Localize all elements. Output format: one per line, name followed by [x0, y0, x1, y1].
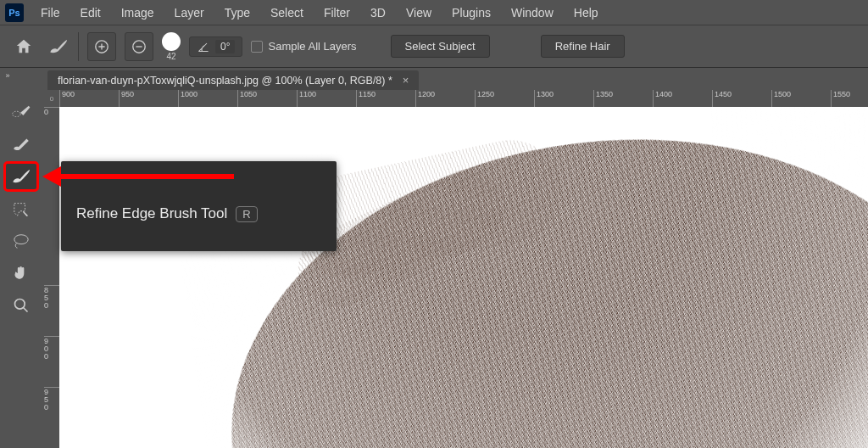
add-to-selection-button[interactable] — [87, 32, 116, 61]
panel-expand-handle[interactable]: » — [0, 68, 15, 83]
h-ruler-tick: 1500 — [771, 90, 791, 107]
sample-all-layers-checkbox[interactable]: Sample All Layers — [251, 40, 356, 53]
quick-selection-tool[interactable] — [5, 98, 37, 126]
menu-layer[interactable]: Layer — [166, 3, 213, 23]
tooltip-title: Refine Edge Brush Tool — [76, 205, 227, 222]
menu-window[interactable]: Window — [503, 3, 562, 23]
app-logo: Ps — [5, 3, 24, 22]
h-ruler-tick: 1450 — [712, 90, 732, 107]
refine-hair-button[interactable]: Refine Hair — [541, 35, 625, 58]
angle-icon — [197, 40, 210, 53]
tooltip-shortcut-key: R — [236, 206, 257, 222]
hand-tool[interactable] — [5, 260, 37, 287]
home-icon — [14, 37, 33, 56]
menu-filter[interactable]: Filter — [315, 3, 359, 23]
lasso-icon — [12, 232, 31, 249]
canvas[interactable] — [59, 107, 868, 448]
h-ruler-tick: 950 — [119, 90, 134, 107]
lasso-tool[interactable] — [5, 227, 37, 255]
angle-value: 0° — [215, 40, 235, 53]
svg-point-3 — [14, 235, 28, 244]
plus-circle-icon — [94, 39, 109, 54]
svg-point-2 — [13, 111, 21, 116]
menu-file[interactable]: File — [32, 3, 69, 23]
brush-size-preview[interactable]: 42 — [162, 32, 181, 61]
hand-icon — [13, 265, 30, 282]
v-ruler-tick: 950 — [44, 387, 59, 412]
ruler-corner: 0 — [44, 90, 59, 107]
annotation-arrow — [47, 174, 234, 179]
h-ruler-tick: 1050 — [237, 90, 257, 107]
v-ruler-tick: 900 — [44, 336, 59, 361]
select-subject-button[interactable]: Select Subject — [391, 35, 490, 58]
options-bar: 42 0° Sample All Layers Select Subject R… — [0, 25, 868, 68]
brush-angle-field[interactable]: 0° — [189, 36, 242, 57]
v-ruler-tick: 0 — [44, 107, 59, 116]
brush-size-value: 42 — [166, 52, 175, 61]
quick-select-brush-icon — [11, 104, 31, 120]
document-tab-row: florian-van-duyn-pXToxwjqliQ-unsplash.jp… — [0, 68, 868, 90]
home-button[interactable] — [8, 32, 39, 61]
separator — [78, 32, 79, 61]
menu-plugins[interactable]: Plugins — [443, 3, 499, 23]
magnify-icon — [13, 297, 30, 314]
refine-edge-brush-icon — [10, 167, 32, 186]
zoom-tool[interactable] — [5, 292, 37, 319]
work-area: 0 90095010001050110011501200125013001350… — [44, 90, 868, 448]
h-ruler-tick: 1550 — [831, 90, 850, 107]
polygon-lasso-tool[interactable] — [5, 195, 37, 222]
h-ruler-tick: 1100 — [297, 90, 316, 107]
h-ruler-tick: 1350 — [593, 90, 613, 107]
menu-edit[interactable]: Edit — [72, 3, 109, 23]
h-ruler-tick: 900 — [59, 90, 75, 107]
polygon-lasso-icon — [12, 200, 31, 217]
menu-view[interactable]: View — [398, 3, 440, 23]
h-ruler-tick: 1150 — [356, 90, 376, 107]
minus-circle-icon — [131, 39, 147, 54]
menu-type[interactable]: Type — [216, 3, 259, 23]
checkbox-icon — [251, 41, 263, 53]
document-tab[interactable]: florian-van-duyn-pXToxwjqliQ-unsplash.jp… — [47, 70, 419, 90]
h-ruler-tick: 1000 — [178, 90, 198, 107]
tool-strip — [2, 93, 41, 324]
menu-3d[interactable]: 3D — [362, 3, 394, 23]
h-ruler-tick: 1250 — [475, 90, 494, 107]
brush-tool[interactable] — [5, 131, 37, 158]
h-ruler-tick: 1200 — [415, 90, 435, 107]
menu-select[interactable]: Select — [262, 3, 312, 23]
h-ruler-tick: 1300 — [534, 90, 554, 107]
v-ruler-tick: 850 — [44, 285, 59, 310]
menu-help[interactable]: Help — [565, 3, 607, 23]
close-icon[interactable]: × — [399, 74, 413, 87]
horizontal-ruler[interactable]: 9009501000105011001150120012501300135014… — [59, 90, 868, 107]
subtract-from-selection-button[interactable] — [125, 32, 153, 61]
vertical-ruler[interactable]: 0 850900950 — [44, 107, 59, 448]
document-tab-title: florian-van-duyn-pXToxwjqliQ-unsplash.jp… — [58, 75, 392, 87]
menu-bar: Ps File Edit Image Layer Type Select Fil… — [0, 0, 868, 25]
brush-icon — [11, 136, 31, 153]
sample-all-layers-label: Sample All Layers — [268, 40, 356, 53]
brush-circle-icon — [162, 32, 181, 51]
h-ruler-tick: 1400 — [653, 90, 672, 107]
svg-point-4 — [15, 300, 25, 310]
menu-image[interactable]: Image — [113, 3, 163, 23]
tool-mode-brush-icon[interactable] — [47, 32, 70, 61]
